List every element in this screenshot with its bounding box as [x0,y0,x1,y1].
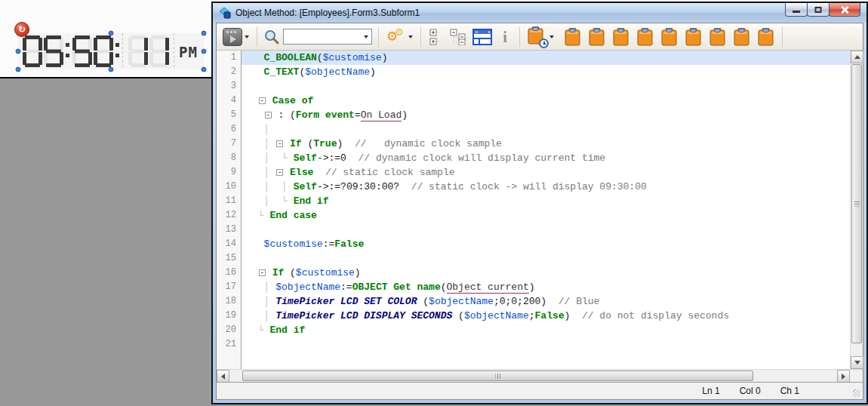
horizontal-scrollbar[interactable] [229,370,837,382]
clipboard-6-button[interactable] [684,26,703,48]
horizontal-scroll-thumb[interactable] [242,371,753,381]
status-character: Ch 1 [780,386,799,396]
scroll-left-button[interactable] [217,370,229,383]
code-comment: // Blue [559,296,600,307]
minimize-button[interactable] [785,3,808,17]
code-line-content: - : (Form event=On Load) [242,108,850,122]
code-text: ( [302,138,314,149]
method-info-button[interactable]: i [497,28,513,46]
show-form-button[interactable] [471,27,494,47]
clipboard-9-button[interactable] [756,26,776,48]
code-text: ( [441,281,447,293]
code-comment: // dynamic clock sample [355,138,502,149]
clipboard-5-button[interactable] [660,26,679,48]
clipboard-7-button[interactable] [708,26,728,48]
code-comment: // do not display seconds [582,310,729,321]
selection-handle[interactable] [202,31,207,36]
code-line[interactable]: 9 │ - Else // static clock sample [217,165,850,180]
line-number: 1 [217,51,242,65]
selection-handle[interactable] [16,67,21,72]
selection-handle[interactable] [16,49,21,54]
code-line[interactable]: 3 [217,79,850,94]
code-line[interactable]: 17 │ $objectName:=OBJECT Get name(Object… [217,280,850,294]
vertical-scrollbar[interactable] [850,51,863,369]
run-method-button[interactable] [221,26,251,48]
object-events-badge-icon[interactable]: ↻ [14,22,29,37]
code-line[interactable]: 20 └ End if [217,323,850,337]
code-space [252,324,258,336]
code-line[interactable]: 10 │ │ Self->:=?09:30:00? // static cloc… [217,180,850,194]
lcd-clock-widget[interactable]: PM [18,33,204,69]
code-variable: $customise [296,267,355,278]
code-variable: $objectName [305,66,370,78]
code-line[interactable]: 11 │ └ End if [217,194,850,208]
clipboard-3-button[interactable] [611,26,631,48]
window-title: Object Method: [Employees].Form3.Subform… [235,8,420,18]
code-keyword: End if [269,324,305,336]
code-space [288,181,294,192]
code-space [252,281,264,293]
resize-grip[interactable] [853,389,860,397]
code-line[interactable]: 18 │ TimePicker LCD SET COLOR ($objectNa… [217,294,850,309]
fold-toggle-icon[interactable]: - [259,269,266,276]
code-space [252,167,264,178]
info-icon: i [498,29,512,45]
code-line[interactable]: 14 $customise:=False [217,237,850,251]
fold-toggle-icon[interactable]: - [276,140,283,147]
code-space [252,181,264,192]
code-line[interactable]: 21 [217,337,850,352]
code-line[interactable]: 7 │ - If (True) // dynamic clock sample [217,137,850,151]
expand-all-button[interactable] [427,27,445,47]
code-line[interactable]: 1 C_BOOLEAN($customise) [217,51,850,65]
clipboard-4-button[interactable] [636,26,655,48]
close-button[interactable] [829,3,860,17]
code-line[interactable]: 12 └ End case [217,208,850,223]
code-line-content [242,337,850,352]
code-text: ->:=0 [317,152,359,164]
code-space [269,181,282,192]
code-line[interactable]: 6 │ [217,122,850,137]
fold-toggle-icon[interactable]: - [259,97,266,104]
svg-text:PM: PM [179,44,198,60]
clipboard-8-button[interactable] [732,26,752,48]
vertical-scroll-thumb[interactable] [851,64,862,343]
code-line[interactable]: 4 - Case of [217,94,850,108]
code-line-content: - Case of [242,94,850,108]
selection-handle[interactable] [202,67,207,72]
code-keyword: C_BOOLEAN [264,52,317,63]
code-line[interactable]: 5 - : (Form event=On Load) [217,108,850,122]
collapse-all-button[interactable] [448,27,468,47]
search-combobox[interactable] [283,29,372,45]
selection-handle[interactable] [109,67,114,72]
method-options-button[interactable]: ⚙ ⚙ [385,26,414,48]
scroll-down-button[interactable] [851,356,863,369]
code-line[interactable]: 16 - If ($customise) [217,266,850,280]
code-space [252,109,264,121]
code-line[interactable]: 2 C_TEXT($objectName) [217,65,850,79]
gears-icon: ⚙ ⚙ [386,27,406,47]
line-number: 11 [217,194,242,208]
scroll-up-button[interactable] [851,51,863,63]
code-region: 1 C_BOOLEAN($customise)2 C_TEXT($objectN… [217,51,863,369]
code-variable: $objectName [429,296,494,307]
selection-handle[interactable] [202,49,207,54]
clipboard-2-button[interactable] [587,26,607,48]
window-titlebar[interactable]: Object Method: [Employees].Form3.Subform… [213,3,866,23]
code-line[interactable]: 15 [217,251,850,266]
macros-button[interactable] [526,25,556,49]
selection-handle[interactable] [109,31,114,36]
fold-toggle-icon[interactable]: - [276,169,283,176]
fold-toggle-icon[interactable]: - [265,112,272,118]
toolbar-separator [519,27,520,47]
lcd-clock-display: PM [18,33,204,69]
search-input[interactable] [284,29,360,44]
code-space [269,167,275,178]
code-line[interactable]: 13 [217,223,850,237]
code-line[interactable]: 19 │ TimePicker LCD DISPLAY SECONDS ($ob… [217,309,850,323]
code-line[interactable]: 8 │ └ Self->:=0 // dynamic clock will di… [217,151,850,165]
maximize-button[interactable] [807,3,830,17]
scroll-right-button[interactable] [837,370,850,383]
search-dropdown-button[interactable] [360,29,371,44]
code-editor[interactable]: 1 C_BOOLEAN($customise)2 C_TEXT($objectN… [217,51,850,369]
clipboard-1-button[interactable] [563,26,583,48]
